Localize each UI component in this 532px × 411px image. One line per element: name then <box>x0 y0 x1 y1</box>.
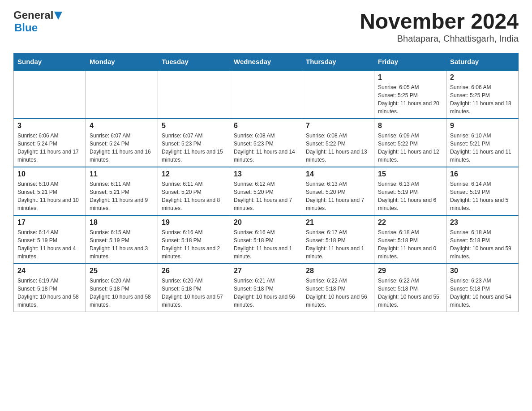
calendar-cell: 30Sunrise: 6:23 AM Sunset: 5:18 PM Dayli… <box>446 264 519 312</box>
day-info: Sunrise: 6:11 AM Sunset: 5:20 PM Dayligh… <box>162 180 226 212</box>
day-number: 24 <box>17 267 82 275</box>
day-info: Sunrise: 6:13 AM Sunset: 5:20 PM Dayligh… <box>306 180 370 212</box>
day-number: 13 <box>234 170 298 178</box>
day-number: 6 <box>234 122 298 130</box>
day-number: 25 <box>90 267 154 275</box>
day-number: 5 <box>162 122 226 130</box>
calendar-cell: 9Sunrise: 6:10 AM Sunset: 5:21 PM Daylig… <box>446 119 519 167</box>
day-info: Sunrise: 6:20 AM Sunset: 5:18 PM Dayligh… <box>90 277 154 309</box>
day-info: Sunrise: 6:05 AM Sunset: 5:25 PM Dayligh… <box>378 83 442 116</box>
week-row-5: 24Sunrise: 6:19 AM Sunset: 5:18 PM Dayli… <box>14 264 519 312</box>
calendar-cell: 7Sunrise: 6:08 AM Sunset: 5:22 PM Daylig… <box>302 119 374 167</box>
column-header-friday: Friday <box>374 53 446 71</box>
day-info: Sunrise: 6:10 AM Sunset: 5:21 PM Dayligh… <box>17 180 82 212</box>
logo-blue-text: Blue <box>14 21 38 34</box>
day-info: Sunrise: 6:12 AM Sunset: 5:20 PM Dayligh… <box>234 180 298 212</box>
calendar-cell: 18Sunrise: 6:15 AM Sunset: 5:19 PM Dayli… <box>86 215 158 264</box>
calendar-cell: 28Sunrise: 6:22 AM Sunset: 5:18 PM Dayli… <box>302 264 374 312</box>
calendar-cell: 11Sunrise: 6:11 AM Sunset: 5:21 PM Dayli… <box>86 167 158 215</box>
column-header-monday: Monday <box>86 53 158 71</box>
day-info: Sunrise: 6:08 AM Sunset: 5:23 PM Dayligh… <box>234 132 298 164</box>
day-info: Sunrise: 6:20 AM Sunset: 5:18 PM Dayligh… <box>162 277 226 309</box>
day-info: Sunrise: 6:21 AM Sunset: 5:18 PM Dayligh… <box>234 277 298 309</box>
column-header-tuesday: Tuesday <box>158 53 230 71</box>
day-number: 9 <box>450 122 515 130</box>
calendar-table: SundayMondayTuesdayWednesdayThursdayFrid… <box>13 53 519 312</box>
day-number: 1 <box>378 73 442 81</box>
day-info: Sunrise: 6:16 AM Sunset: 5:18 PM Dayligh… <box>162 228 226 261</box>
day-info: Sunrise: 6:14 AM Sunset: 5:19 PM Dayligh… <box>17 228 82 261</box>
day-info: Sunrise: 6:23 AM Sunset: 5:18 PM Dayligh… <box>450 277 515 309</box>
day-number: 2 <box>450 73 515 81</box>
day-info: Sunrise: 6:16 AM Sunset: 5:18 PM Dayligh… <box>234 228 298 261</box>
day-info: Sunrise: 6:06 AM Sunset: 5:25 PM Dayligh… <box>450 83 515 116</box>
day-number: 12 <box>162 170 226 178</box>
calendar-cell: 26Sunrise: 6:20 AM Sunset: 5:18 PM Dayli… <box>158 264 230 312</box>
day-info: Sunrise: 6:10 AM Sunset: 5:21 PM Dayligh… <box>450 132 515 164</box>
calendar-cell <box>158 70 230 119</box>
day-info: Sunrise: 6:17 AM Sunset: 5:18 PM Dayligh… <box>306 228 370 261</box>
day-info: Sunrise: 6:22 AM Sunset: 5:18 PM Dayligh… <box>306 277 370 309</box>
calendar-cell <box>86 70 158 119</box>
calendar-cell: 21Sunrise: 6:17 AM Sunset: 5:18 PM Dayli… <box>302 215 374 264</box>
calendar-cell: 4Sunrise: 6:07 AM Sunset: 5:24 PM Daylig… <box>86 119 158 167</box>
day-number: 29 <box>378 267 442 275</box>
week-row-3: 10Sunrise: 6:10 AM Sunset: 5:21 PM Dayli… <box>14 167 519 215</box>
calendar-cell: 29Sunrise: 6:22 AM Sunset: 5:18 PM Dayli… <box>374 264 446 312</box>
day-info: Sunrise: 6:09 AM Sunset: 5:22 PM Dayligh… <box>378 132 442 164</box>
day-number: 4 <box>90 122 154 130</box>
day-number: 7 <box>306 122 370 130</box>
calendar-cell: 23Sunrise: 6:18 AM Sunset: 5:18 PM Dayli… <box>446 215 519 264</box>
day-info: Sunrise: 6:07 AM Sunset: 5:23 PM Dayligh… <box>162 132 226 164</box>
calendar-cell: 27Sunrise: 6:21 AM Sunset: 5:18 PM Dayli… <box>230 264 302 312</box>
calendar-cell: 16Sunrise: 6:14 AM Sunset: 5:19 PM Dayli… <box>446 167 519 215</box>
day-number: 19 <box>162 218 226 227</box>
day-number: 17 <box>17 218 82 227</box>
calendar-cell: 15Sunrise: 6:13 AM Sunset: 5:19 PM Dayli… <box>374 167 446 215</box>
day-number: 22 <box>378 218 442 227</box>
week-row-2: 3Sunrise: 6:06 AM Sunset: 5:24 PM Daylig… <box>14 119 519 167</box>
svg-marker-0 <box>54 12 62 20</box>
day-info: Sunrise: 6:11 AM Sunset: 5:21 PM Dayligh… <box>90 180 154 212</box>
day-number: 30 <box>450 267 515 275</box>
day-number: 20 <box>234 218 298 227</box>
day-number: 14 <box>306 170 370 178</box>
day-info: Sunrise: 6:07 AM Sunset: 5:24 PM Dayligh… <box>90 132 154 164</box>
calendar-cell: 6Sunrise: 6:08 AM Sunset: 5:23 PM Daylig… <box>230 119 302 167</box>
title-block: November 2024 Bhatapara, Chhattisgarh, I… <box>360 9 519 44</box>
calendar-cell: 14Sunrise: 6:13 AM Sunset: 5:20 PM Dayli… <box>302 167 374 215</box>
column-header-wednesday: Wednesday <box>230 53 302 71</box>
calendar-cell: 10Sunrise: 6:10 AM Sunset: 5:21 PM Dayli… <box>14 167 86 215</box>
month-title: November 2024 <box>360 9 519 34</box>
day-number: 11 <box>90 170 154 178</box>
calendar-cell: 20Sunrise: 6:16 AM Sunset: 5:18 PM Dayli… <box>230 215 302 264</box>
calendar-cell: 17Sunrise: 6:14 AM Sunset: 5:19 PM Dayli… <box>14 215 86 264</box>
day-number: 3 <box>17 122 82 130</box>
page-header: General Blue November 2024 Bhatapara, Ch… <box>13 9 519 44</box>
day-info: Sunrise: 6:15 AM Sunset: 5:19 PM Dayligh… <box>90 228 154 261</box>
day-number: 27 <box>234 267 298 275</box>
calendar-cell <box>302 70 374 119</box>
day-info: Sunrise: 6:22 AM Sunset: 5:18 PM Dayligh… <box>378 277 442 309</box>
day-info: Sunrise: 6:06 AM Sunset: 5:24 PM Dayligh… <box>17 132 82 164</box>
day-info: Sunrise: 6:18 AM Sunset: 5:18 PM Dayligh… <box>378 228 442 261</box>
day-info: Sunrise: 6:19 AM Sunset: 5:18 PM Dayligh… <box>17 277 82 309</box>
column-header-saturday: Saturday <box>446 53 519 71</box>
day-info: Sunrise: 6:13 AM Sunset: 5:19 PM Dayligh… <box>378 180 442 212</box>
calendar-cell: 3Sunrise: 6:06 AM Sunset: 5:24 PM Daylig… <box>14 119 86 167</box>
location: Bhatapara, Chhattisgarh, India <box>360 34 519 44</box>
week-row-4: 17Sunrise: 6:14 AM Sunset: 5:19 PM Dayli… <box>14 215 519 264</box>
calendar-cell: 24Sunrise: 6:19 AM Sunset: 5:18 PM Dayli… <box>14 264 86 312</box>
calendar-cell: 8Sunrise: 6:09 AM Sunset: 5:22 PM Daylig… <box>374 119 446 167</box>
day-number: 10 <box>17 170 82 178</box>
calendar-cell <box>14 70 86 119</box>
day-info: Sunrise: 6:18 AM Sunset: 5:18 PM Dayligh… <box>450 228 515 261</box>
day-number: 26 <box>162 267 226 275</box>
day-header-row: SundayMondayTuesdayWednesdayThursdayFrid… <box>14 53 519 71</box>
calendar-cell: 22Sunrise: 6:18 AM Sunset: 5:18 PM Dayli… <box>374 215 446 264</box>
day-number: 21 <box>306 218 370 227</box>
day-number: 15 <box>378 170 442 178</box>
calendar-cell: 19Sunrise: 6:16 AM Sunset: 5:18 PM Dayli… <box>158 215 230 264</box>
day-info: Sunrise: 6:14 AM Sunset: 5:19 PM Dayligh… <box>450 180 515 212</box>
logo-triangle-icon <box>54 12 62 20</box>
